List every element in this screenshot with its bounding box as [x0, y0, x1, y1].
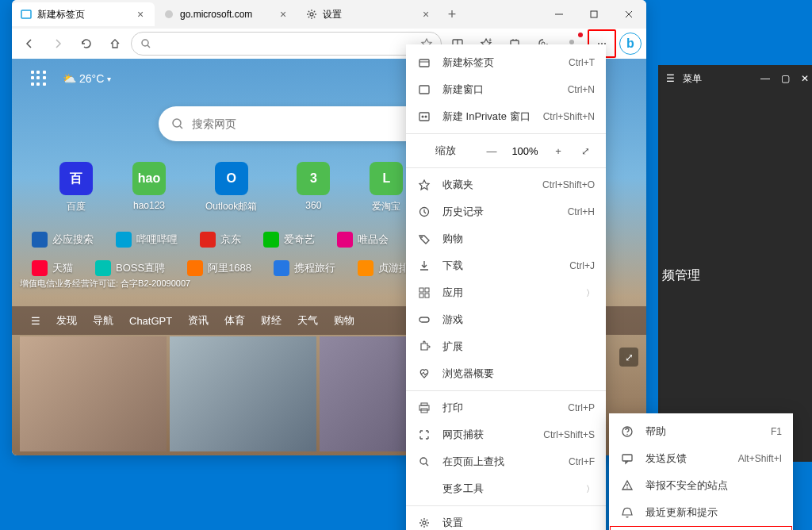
- submenu-item-发送反馈[interactable]: 发送反馈Alt+Shift+I: [609, 445, 793, 472]
- sponsored-link[interactable]: BOSS直聘: [95, 260, 165, 276]
- close-icon[interactable]: ✕: [801, 73, 809, 84]
- menu-item-购物[interactable]: 购物: [406, 225, 606, 252]
- menu-item-label: 收藏夹: [442, 178, 531, 192]
- back-button[interactable]: [17, 31, 42, 56]
- menu-item-更多工具[interactable]: 更多工具〉: [406, 475, 606, 502]
- weather-widget[interactable]: ⛅ 26°C ▾: [63, 72, 111, 85]
- menu-item-label: 浏览器概要: [442, 367, 595, 381]
- sponsored-link[interactable]: 必应搜索: [32, 232, 94, 248]
- apps-grid-icon[interactable]: [31, 71, 47, 86]
- refresh-button[interactable]: [74, 31, 99, 56]
- nav-tab[interactable]: 发现: [56, 313, 77, 328]
- nav-tab[interactable]: 体育: [224, 313, 245, 328]
- window-minimize-button[interactable]: [542, 0, 576, 29]
- link-label: 阿里1688: [208, 261, 251, 275]
- quick-link-item[interactable]: L爱淘宝: [370, 162, 403, 213]
- menu-divider: [406, 133, 606, 134]
- minimize-icon[interactable]: —: [760, 73, 770, 84]
- sponsored-link[interactable]: 阿里1688: [187, 260, 251, 276]
- fullscreen-button[interactable]: ⤢: [576, 141, 595, 160]
- nav-tab[interactable]: 资讯: [188, 313, 209, 328]
- sponsored-link[interactable]: 爱奇艺: [263, 232, 315, 248]
- submenu-item-帮助[interactable]: 帮助F1: [609, 418, 793, 445]
- star-icon: [417, 178, 431, 192]
- nav-tab[interactable]: 购物: [334, 313, 354, 328]
- menu-item-label: 扩展: [442, 340, 595, 354]
- menu-item-新建窗口[interactable]: 新建窗口Ctrl+N: [406, 76, 606, 103]
- menu-item-应用[interactable]: 应用〉: [406, 279, 606, 306]
- blank-icon: [417, 482, 431, 496]
- nav-tab[interactable]: ChatGPT: [129, 315, 172, 327]
- background-titlebar: ☰ 菜单 — ▢ ✕: [658, 65, 812, 92]
- hamburger-icon[interactable]: ☰: [31, 315, 40, 327]
- link-label: 爱奇艺: [284, 232, 315, 247]
- browser-tab[interactable]: 设置×: [297, 2, 440, 26]
- sponsored-link[interactable]: 携程旅行: [274, 260, 335, 276]
- home-button[interactable]: [102, 31, 128, 56]
- menu-shortcut: Ctrl+T: [569, 57, 595, 68]
- window-close-button[interactable]: [611, 0, 646, 29]
- svg-point-29: [421, 236, 423, 238]
- quick-link-item[interactable]: 3360: [297, 162, 330, 213]
- expand-button[interactable]: ⤢: [619, 348, 638, 367]
- link-favicon-icon: [263, 232, 279, 248]
- nav-tab[interactable]: 天气: [297, 313, 318, 328]
- tab-close-button[interactable]: ×: [277, 8, 289, 21]
- address-input[interactable]: [157, 38, 416, 50]
- menu-item-收藏夹[interactable]: 收藏夹Ctrl+Shift+O: [406, 171, 606, 198]
- address-bar[interactable]: [131, 32, 442, 56]
- sponsored-link[interactable]: 京东: [200, 232, 241, 248]
- sponsored-link[interactable]: 唯品会: [337, 232, 389, 248]
- zoom-out-button[interactable]: —: [482, 141, 501, 160]
- browser-tab[interactable]: go.microsoft.com×: [155, 2, 297, 26]
- submenu-item-label: 帮助: [645, 424, 760, 439]
- forward-button[interactable]: [45, 31, 71, 56]
- tag-icon: [417, 232, 431, 246]
- link-favicon-icon: [32, 232, 48, 248]
- menu-item-在页面上查找[interactable]: 在页面上查找Ctrl+F: [406, 448, 606, 475]
- news-card[interactable]: [170, 336, 316, 451]
- menu-item-下载[interactable]: 下载Ctrl+J: [406, 252, 606, 279]
- menu-item-新建 InPrivate 窗口[interactable]: 新建 InPrivate 窗口Ctrl+Shift+N: [406, 103, 606, 130]
- sponsored-link[interactable]: 天猫: [32, 260, 73, 276]
- menu-item-网页捕获[interactable]: 网页捕获Ctrl+Shift+S: [406, 421, 606, 448]
- tab-close-button[interactable]: ×: [134, 8, 147, 21]
- menu-divider: [406, 167, 606, 168]
- link-favicon-icon: [274, 260, 289, 276]
- news-card[interactable]: [20, 336, 167, 451]
- window-maximize-button[interactable]: [576, 0, 611, 29]
- svg-line-8: [147, 45, 150, 48]
- menu-item-浏览器概要[interactable]: 浏览器概要: [406, 360, 606, 387]
- quick-link-label: 百度: [67, 200, 86, 213]
- bing-button[interactable]: b: [619, 33, 642, 55]
- nav-tab[interactable]: 导航: [93, 313, 113, 328]
- sponsored-link[interactable]: 哔哩哔哩: [116, 232, 178, 248]
- submenu-item-关于 Microsoft Edge[interactable]: 关于 Microsoft Edge: [610, 526, 792, 530]
- tab-close-button[interactable]: ×: [419, 8, 432, 21]
- new-tab-button[interactable]: +: [440, 2, 464, 26]
- zoom-in-button[interactable]: +: [549, 141, 568, 160]
- svg-rect-33: [425, 294, 429, 298]
- browser-tab[interactable]: 新建标签页×: [12, 2, 155, 26]
- submenu-item-最近更新和提示[interactable]: 最近更新和提示: [609, 499, 793, 526]
- quick-link-icon: 3: [297, 162, 330, 195]
- submenu-item-举报不安全的站点[interactable]: 举报不安全的站点: [609, 472, 793, 499]
- maximize-icon[interactable]: ▢: [781, 73, 790, 84]
- quick-link-item[interactable]: OOutlook邮箱: [205, 162, 257, 213]
- menu-item-历史记录[interactable]: 历史记录Ctrl+H: [406, 198, 606, 225]
- menu-item-打印[interactable]: 打印Ctrl+P: [406, 394, 606, 421]
- hamburger-icon[interactable]: ☰: [666, 73, 675, 84]
- menu-item-扩展[interactable]: 扩展: [406, 333, 606, 360]
- nav-tab[interactable]: 财经: [261, 313, 282, 328]
- menu-item-设置[interactable]: 设置: [406, 509, 606, 530]
- menu-shortcut: Ctrl+H: [568, 206, 595, 217]
- submenu-item-label: 发送反馈: [645, 451, 727, 466]
- menu-item-新建标签页[interactable]: 新建标签页Ctrl+T: [406, 49, 606, 76]
- quick-link-item[interactable]: haohao123: [132, 162, 166, 213]
- menu-item-游戏[interactable]: 游戏: [406, 306, 606, 333]
- link-favicon-icon: [32, 260, 48, 276]
- feedback-icon: [620, 451, 634, 466]
- background-content-label: 频管理: [662, 267, 700, 284]
- svg-point-47: [626, 487, 627, 488]
- quick-link-item[interactable]: 百百度: [59, 162, 93, 213]
